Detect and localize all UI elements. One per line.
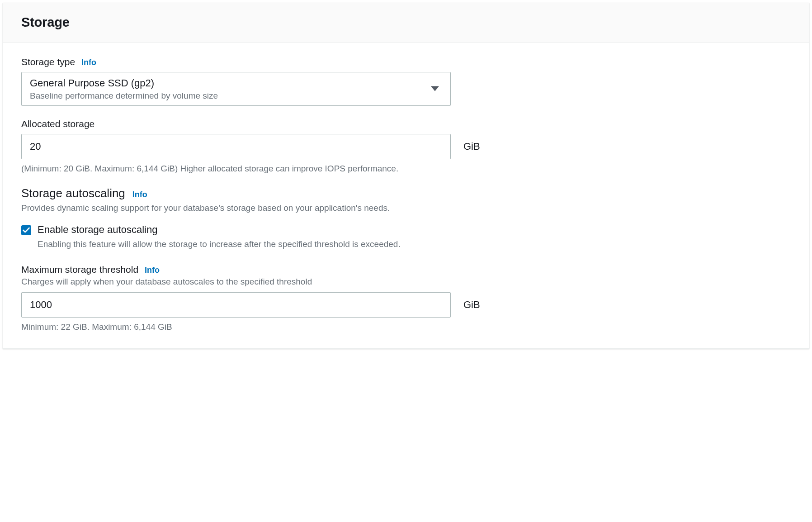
allocated-storage-input-line: GiB [21,134,791,159]
storage-type-row: Storage type Info General Purpose SSD (g… [21,57,791,106]
max-threshold-label-line: Maximum storage threshold Info [21,264,791,275]
panel-header: Storage [3,3,809,43]
max-threshold-input[interactable] [21,292,451,318]
storage-type-info-link[interactable]: Info [81,58,96,67]
storage-type-label: Storage type [21,57,75,67]
storage-type-select[interactable]: General Purpose SSD (gp2) Baseline perfo… [21,72,451,106]
chevron-down-icon [431,86,439,91]
autoscaling-section: Storage autoscaling Info Provides dynami… [21,186,791,332]
max-threshold-unit: GiB [463,299,480,311]
storage-panel: Storage Storage type Info General Purpos… [3,3,809,349]
enable-autoscaling-checkbox[interactable] [21,225,31,235]
check-icon [23,227,30,233]
allocated-storage-help: (Minimum: 20 GiB. Maximum: 6,144 GiB) Hi… [21,164,791,174]
autoscaling-checkbox-row: Enable storage autoscaling Enabling this… [21,223,791,250]
allocated-storage-label-line: Allocated storage [21,119,791,129]
allocated-storage-input[interactable] [21,134,451,159]
max-threshold-help: Minimum: 22 GiB. Maximum: 6,144 GiB [21,322,791,332]
autoscaling-checkbox-label: Enable storage autoscaling [38,223,791,237]
autoscaling-checkbox-content: Enable storage autoscaling Enabling this… [38,223,791,250]
allocated-storage-label: Allocated storage [21,119,94,129]
max-threshold-label: Maximum storage threshold [21,264,138,275]
allocated-storage-row: Allocated storage GiB (Minimum: 20 GiB. … [21,119,791,174]
max-threshold-description: Charges will apply when your database au… [21,277,791,287]
max-threshold-info-link[interactable]: Info [145,266,160,275]
storage-type-select-wrap: General Purpose SSD (gp2) Baseline perfo… [21,72,451,106]
storage-type-description: Baseline performance determined by volum… [30,91,428,101]
autoscaling-checkbox-description: Enabling this feature will allow the sto… [38,238,435,250]
max-threshold-section: Maximum storage threshold Info Charges w… [21,264,791,332]
panel-body: Storage type Info General Purpose SSD (g… [3,43,809,348]
panel-title: Storage [21,15,791,30]
max-threshold-input-line: GiB [21,292,791,318]
autoscaling-info-link[interactable]: Info [132,190,147,199]
storage-type-label-line: Storage type Info [21,57,791,67]
storage-type-value: General Purpose SSD (gp2) [30,77,428,90]
autoscaling-heading-row: Storage autoscaling Info [21,186,791,200]
autoscaling-description: Provides dynamic scaling support for you… [21,202,791,214]
autoscaling-heading: Storage autoscaling [21,186,125,200]
allocated-storage-unit: GiB [463,141,480,152]
